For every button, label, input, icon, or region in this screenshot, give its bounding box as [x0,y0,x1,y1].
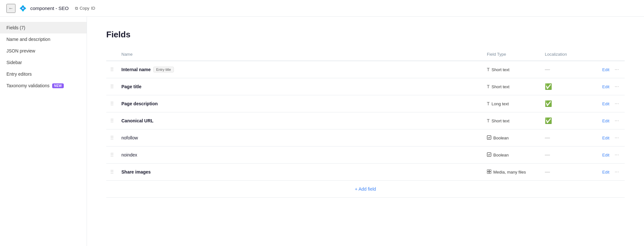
entry-title-badge: Entry title [153,67,174,72]
field-name-text: Page title [121,84,141,89]
localization-check: ✅ [545,118,552,124]
sidebar-item-name-description[interactable]: Name and description [0,33,87,45]
more-options-button[interactable]: ··· [613,168,621,176]
more-options-button[interactable]: ··· [613,134,621,142]
table-row: ⠿ Canonical URL T Short text ✅ [106,112,625,129]
boolean-icon [487,135,491,141]
svg-rect-5 [489,172,491,174]
sidebar-item-fields[interactable]: Fields (7) [0,22,87,33]
sidebar: Fields (7) Name and description JSON pre… [0,17,87,246]
svg-rect-2 [487,170,489,172]
svg-rect-4 [487,172,489,174]
field-name-canonical-url: Canonical URL [121,118,479,123]
localization-check: ✅ [545,100,552,107]
table-row: ⠿ nofollow [106,129,625,147]
field-type-cell: T Short text [487,84,537,89]
field-name-text: noindex [121,152,137,157]
type-text: Long text [492,101,509,106]
boolean-icon [487,152,491,158]
localization-cell: — [545,169,550,175]
actions-cell: Edit ··· [596,117,621,125]
type-text: Media, many files [493,170,526,175]
field-name-share-images: Share images [121,169,479,175]
topbar: ← 💠 component - SEO ⧉ Copy ID [0,0,644,17]
new-badge: New [52,83,64,88]
sidebar-sidebar-label: Sidebar [6,60,22,65]
actions-cell: Edit ··· [596,66,621,73]
localization-cell: — [545,152,550,157]
sidebar-item-entry-editors[interactable]: Entry editors [0,68,87,80]
actions-cell: Edit ··· [596,168,621,176]
add-field-button[interactable]: + Add field [106,181,625,198]
col-localization: Localization [541,49,592,61]
field-type-cell: Boolean [487,135,537,141]
field-name-page-title: Page title [121,84,479,89]
more-options-button[interactable]: ··· [613,100,621,108]
col-field-type: Field Type [483,49,541,61]
sidebar-name-desc-label: Name and description [6,37,50,42]
edit-button[interactable]: Edit [600,151,611,159]
field-name-text: nofollow [121,135,138,140]
drag-handle[interactable]: ⠿ [110,135,114,141]
type-icon: T [487,118,490,123]
sidebar-item-taxonomy[interactable]: Taxonomy validations New [0,80,87,91]
table-row: ⠿ noindex [106,147,625,164]
type-icon: T [487,101,490,106]
col-drag [106,49,118,61]
page-title: Fields [106,30,625,40]
field-name-text: Page description [121,101,158,106]
field-type-cell: T Short text [487,67,537,72]
localization-check: ✅ [545,83,552,90]
copy-label: Copy [80,6,89,11]
col-name: Name [118,49,483,61]
drag-handle[interactable]: ⠿ [110,118,114,124]
field-name-internal-name: Internal name Entry title [121,67,479,72]
more-options-button[interactable]: ··· [613,66,621,73]
type-text: Short text [492,84,510,89]
content-type-title: component - SEO [30,5,69,11]
field-type-cell: Boolean [487,152,537,158]
actions-cell: Edit ··· [596,83,621,90]
sidebar-taxonomy-label: Taxonomy validations [6,83,50,88]
drag-handle[interactable]: ⠿ [110,84,114,90]
add-field-label: + Add field [355,186,376,192]
more-options-button[interactable]: ··· [613,83,621,90]
field-type-cell: Media, many files [487,169,537,175]
copy-id-button[interactable]: ⧉ Copy ID [72,5,98,12]
table-row: ⠿ Page title T Short text ✅ [106,78,625,95]
sidebar-fields-label: Fields (7) [6,25,25,30]
drag-handle[interactable]: ⠿ [110,152,114,158]
field-name-text: Internal name [121,67,151,72]
sidebar-item-sidebar[interactable]: Sidebar [0,57,87,68]
type-text: Short text [492,118,510,123]
type-text: Boolean [493,153,509,157]
actions-cell: Edit ··· [596,134,621,142]
drag-handle[interactable]: ⠿ [110,169,114,175]
sidebar-item-json-preview[interactable]: JSON preview [0,45,87,57]
field-name-text: Share images [121,169,151,175]
fields-table: Name Field Type Localization ⠿ Internal … [106,49,625,181]
edit-button[interactable]: Edit [600,117,611,125]
more-options-button[interactable]: ··· [613,151,621,159]
field-name-page-description: Page description [121,101,479,106]
edit-button[interactable]: Edit [600,66,611,73]
back-button[interactable]: ← [6,4,15,13]
edit-button[interactable]: Edit [600,83,611,90]
field-name-nofollow: nofollow [121,135,479,140]
sidebar-entry-editors-label: Entry editors [6,71,32,77]
more-options-button[interactable]: ··· [613,117,621,125]
localization-cell: — [545,67,550,72]
field-type-cell: T Long text [487,101,537,106]
main-layout: Fields (7) Name and description JSON pre… [0,17,644,246]
drag-handle[interactable]: ⠿ [110,101,114,107]
table-row: ⠿ Internal name Entry title T Short text [106,61,625,78]
actions-cell: Edit ··· [596,151,621,159]
svg-rect-3 [489,170,491,172]
field-name-text: Canonical URL [121,118,154,123]
edit-button[interactable]: Edit [600,100,611,108]
edit-button[interactable]: Edit [600,134,611,142]
edit-button[interactable]: Edit [600,168,611,176]
table-row: ⠿ Share images [106,164,625,181]
svg-rect-1 [487,153,491,156]
drag-handle[interactable]: ⠿ [110,67,114,72]
